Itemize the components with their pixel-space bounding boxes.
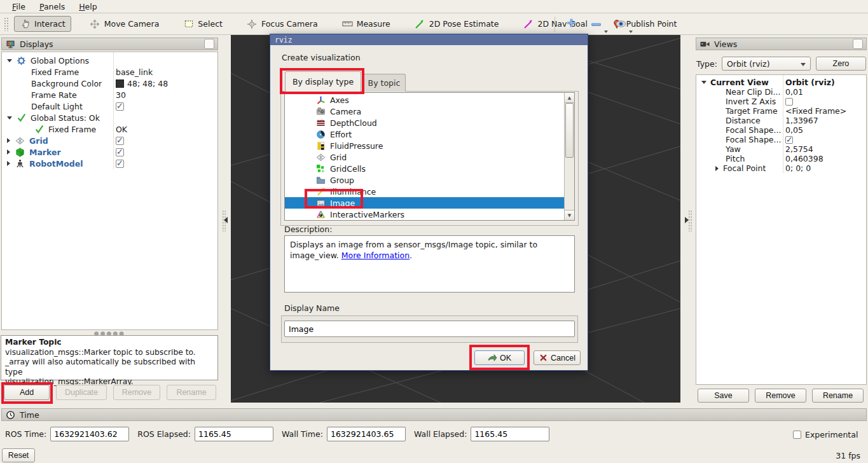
- checkbox[interactable]: [116, 102, 124, 111]
- tool-move-camera[interactable]: Move Camera: [84, 16, 165, 32]
- time-field-input-wall-elapsed-[interactable]: [471, 427, 549, 441]
- property-row-focal-shape-[interactable]: Focal Shape...0,05: [696, 125, 866, 135]
- display-type-depthcloud[interactable]: DepthCloud: [285, 117, 565, 128]
- views-remove-button[interactable]: Remove: [755, 389, 806, 403]
- display-type-gridcells[interactable]: GridCells: [285, 163, 565, 174]
- scrollbar-thumb[interactable]: [565, 103, 574, 158]
- cancel-button[interactable]: Cancel: [534, 350, 581, 365]
- visibility-button[interactable]: [614, 17, 628, 32]
- value-cell: 2,5754: [783, 144, 866, 154]
- collapse-arrow-icon[interactable]: [7, 116, 12, 120]
- display-type-effort[interactable]: Effort: [285, 128, 565, 140]
- checkbox[interactable]: [116, 137, 124, 145]
- menu-help[interactable]: Help: [72, 1, 104, 13]
- check-icon: [34, 124, 45, 135]
- display-name-input[interactable]: [284, 321, 575, 337]
- property-row-pitch[interactable]: Pitch0,460398: [696, 154, 866, 163]
- tool-select[interactable]: Select: [177, 16, 228, 32]
- display-type-image[interactable]: Image: [285, 197, 565, 209]
- property-row-global-status-ok[interactable]: Global Status: Ok: [2, 112, 217, 123]
- tool-focus-camera[interactable]: Focus Camera: [241, 16, 324, 32]
- experimental-checkbox[interactable]: [793, 431, 801, 439]
- value-cell: 0,05: [783, 125, 866, 135]
- display-type-fluidpressure[interactable]: FluidPressure: [285, 140, 565, 151]
- collapse-left-icon[interactable]: [224, 217, 228, 223]
- property-value: 0,460398: [785, 154, 823, 163]
- views-save-button[interactable]: Save: [698, 389, 749, 403]
- tool-measure[interactable]: Measure: [336, 16, 396, 32]
- display-type-grid[interactable]: Grid: [285, 151, 565, 163]
- display-type-camera[interactable]: Camera: [285, 106, 565, 117]
- expand-arrow-icon[interactable]: [7, 161, 10, 166]
- panel-float-button[interactable]: [853, 39, 863, 49]
- tab-by-display-type[interactable]: By display type: [285, 71, 361, 92]
- display-type-interactivemarkers[interactable]: InteractiveMarkers: [285, 209, 565, 220]
- create-visualization-dialog: rviz Create visualization By display typ…: [270, 34, 588, 371]
- expand-arrow-icon[interactable]: [715, 166, 719, 171]
- property-row-fixed-frame[interactable]: Fixed Framebase_link: [2, 66, 217, 78]
- collapse-right-icon[interactable]: [685, 217, 689, 223]
- more-information-link[interactable]: More Information: [341, 251, 410, 260]
- property-label: Global Options: [31, 56, 89, 66]
- views-rename-button[interactable]: Rename: [812, 389, 864, 403]
- checkbox[interactable]: [785, 98, 793, 106]
- display-type-axes[interactable]: Axes: [285, 94, 565, 106]
- views-panel-header[interactable]: Views: [696, 38, 867, 50]
- property-cell: Pitch: [696, 154, 783, 163]
- check-icon: [16, 113, 27, 123]
- views-panel-title: Views: [714, 39, 737, 49]
- tool-interact[interactable]: Interact: [14, 16, 71, 32]
- property-row-marker[interactable]: Marker: [2, 146, 217, 158]
- display-type-group[interactable]: Group: [285, 174, 565, 186]
- checkbox[interactable]: [116, 160, 124, 168]
- property-row-grid[interactable]: Grid: [2, 135, 217, 146]
- property-row-fixed-frame[interactable]: Fixed FrameOK: [2, 123, 217, 135]
- property-row-frame-rate[interactable]: Frame Rate30: [2, 89, 217, 100]
- ok-button[interactable]: OK: [474, 350, 525, 365]
- scrollbar[interactable]: ▲ ▼: [564, 93, 574, 220]
- time-field-input-ros-elapsed-[interactable]: [195, 427, 273, 441]
- property-row-focal-shape-[interactable]: Focal Shape...: [696, 135, 866, 144]
- displays-panel-header[interactable]: Displays: [1, 38, 218, 50]
- collapse-arrow-icon[interactable]: [701, 81, 706, 84]
- property-row-invert-z-axis[interactable]: Invert Z Axis: [696, 97, 866, 106]
- depthcloud-icon: [315, 118, 326, 128]
- scroll-up-icon[interactable]: ▲: [565, 93, 574, 103]
- property-cell: Target Frame: [696, 106, 783, 116]
- dialog-titlebar[interactable]: rviz: [270, 34, 588, 45]
- property-row-focal-point[interactable]: Focal Point0; 0; 0: [696, 163, 866, 173]
- add-button[interactable]: Add: [4, 385, 50, 400]
- property-row-target-frame[interactable]: Target Frame<Fixed Frame>: [696, 106, 866, 116]
- view-type-combo[interactable]: Orbit (rviz): [722, 57, 811, 71]
- time-field-input-ros-time-[interactable]: [50, 427, 129, 441]
- expand-arrow-icon[interactable]: [7, 149, 10, 155]
- experimental-option[interactable]: Experimental: [793, 430, 858, 439]
- zero-button[interactable]: Zero: [816, 57, 866, 71]
- toolbar-drag-handle[interactable]: [4, 17, 9, 31]
- scroll-down-icon[interactable]: ▼: [565, 210, 574, 220]
- collapse-arrow-icon[interactable]: [7, 59, 12, 62]
- time-panel-header[interactable]: Time: [1, 408, 867, 421]
- property-row-default-light[interactable]: Default Light: [2, 100, 217, 112]
- tool-2d-pose-estimate[interactable]: 2D Pose Estimate: [409, 16, 505, 32]
- zoom-out-button[interactable]: [589, 17, 603, 32]
- reset-button[interactable]: Reset: [2, 448, 35, 462]
- property-row-robotmodel[interactable]: RobotModel: [2, 158, 217, 169]
- menu-file[interactable]: File: [5, 1, 32, 13]
- time-field-input-wall-time-[interactable]: [327, 427, 406, 441]
- property-row-near-clip-di-[interactable]: Near Clip Di...0,01: [696, 87, 866, 97]
- display-type-illuminance[interactable]: Illuminance: [285, 186, 565, 197]
- property-row-global-options[interactable]: Global Options: [2, 55, 217, 66]
- time-field-label-wall-time-: Wall Time:: [282, 429, 323, 439]
- checkbox[interactable]: [785, 136, 793, 144]
- property-row-yaw[interactable]: Yaw2,5754: [696, 144, 866, 154]
- property-row-distance[interactable]: Distance1,33967: [696, 116, 866, 125]
- property-row-current-view[interactable]: Current ViewOrbit (rviz): [696, 78, 866, 87]
- panel-float-button[interactable]: [204, 39, 214, 49]
- checkbox[interactable]: [116, 148, 124, 156]
- tab-by-topic[interactable]: By topic: [362, 74, 406, 92]
- zoom-in-button[interactable]: [564, 16, 579, 33]
- menu-panels[interactable]: Panels: [32, 1, 72, 13]
- expand-arrow-icon[interactable]: [7, 138, 10, 143]
- property-row-background-color[interactable]: Background Color48; 48; 48: [2, 78, 217, 89]
